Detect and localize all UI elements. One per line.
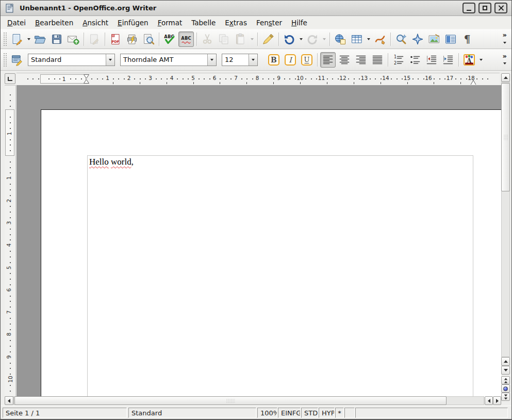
status-insert-mode[interactable]: EINFG <box>278 408 301 418</box>
numbered-list-button[interactable]: 12 <box>391 52 406 68</box>
standard-toolbar-overflow-button[interactable]: » <box>503 31 507 38</box>
send-email-button[interactable] <box>65 31 81 47</box>
scroll-up-button[interactable] <box>501 73 510 82</box>
default-tab-stop-icon <box>407 82 408 84</box>
titlebar[interactable]: Unbenannt1 - OpenOffice.org Writer <box>1 1 511 16</box>
combo-font-size-value[interactable]: 12 <box>222 54 249 66</box>
scroll-up-button-bottom[interactable] <box>501 357 510 366</box>
increase-indent-button[interactable] <box>440 52 456 68</box>
navigation-button[interactable] <box>501 384 510 393</box>
table-icon <box>351 33 363 45</box>
bold-button[interactable]: B <box>266 52 282 68</box>
page[interactable]: Hello world, <box>41 109 501 397</box>
menu-item-einfuegen[interactable]: Einfügen <box>113 17 153 28</box>
horizontal-scroll-thumb[interactable] <box>14 396 447 405</box>
ruler-tick <box>145 78 146 79</box>
chevron-down-icon <box>300 38 303 40</box>
justify-button[interactable] <box>370 52 385 68</box>
status-page-number[interactable]: Seite 1 / 1 <box>3 408 127 418</box>
minimize-button[interactable] <box>463 3 475 13</box>
toolbar-separator <box>278 33 279 46</box>
ruler-tick <box>27 78 28 79</box>
open-button[interactable] <box>32 31 48 47</box>
draw-functions-button[interactable] <box>372 31 388 47</box>
ruler-tick <box>354 78 355 79</box>
font-color-dropdown-button[interactable] <box>477 52 484 68</box>
menu-item-hilfe[interactable]: Hilfe <box>287 17 312 28</box>
data-sources-button[interactable] <box>443 31 458 47</box>
status-hyperlink-mode[interactable]: HYP <box>319 408 335 418</box>
close-button[interactable] <box>494 3 507 13</box>
insert-table-button[interactable] <box>349 31 365 47</box>
combo-paragraph-style-dropdown-button[interactable] <box>106 54 114 66</box>
find-replace-button[interactable] <box>393 31 409 47</box>
status-selection-mode[interactable]: STD <box>301 408 318 418</box>
combo-font-name-dropdown-button[interactable] <box>207 54 216 66</box>
scroll-left-button[interactable] <box>5 396 13 405</box>
navigator-button[interactable] <box>410 31 425 47</box>
menu-item-tabelle[interactable]: Tabelle <box>187 17 220 28</box>
status-zoom[interactable]: 100% <box>257 408 277 418</box>
combo-font-name-value[interactable]: Thorndale AMT <box>121 54 207 66</box>
align-left-button[interactable] <box>320 52 336 68</box>
decrease-indent-button[interactable] <box>424 52 439 68</box>
new-document-button[interactable] <box>9 31 25 47</box>
align-right-button[interactable] <box>353 52 369 68</box>
save-button[interactable] <box>49 31 64 47</box>
hyperlink-button[interactable] <box>333 31 348 47</box>
window-title: Unbenannt1 - OpenOffice.org Writer <box>20 4 156 12</box>
new-document-dropdown-button[interactable] <box>25 31 32 47</box>
vertical-scroll-thumb[interactable] <box>501 83 510 191</box>
indent-marker-icon[interactable] <box>84 74 89 85</box>
font-color-button[interactable]: A <box>461 52 477 68</box>
default-tab-stop-icon <box>300 82 301 84</box>
combo-paragraph-style-value[interactable]: Standard <box>28 54 106 66</box>
scroll-down-button[interactable] <box>501 366 510 375</box>
scroll-left-button-right[interactable] <box>485 396 493 405</box>
combo-font-size-dropdown-button[interactable] <box>249 54 257 66</box>
ruler-tick <box>370 78 371 79</box>
menu-item-ansicht[interactable]: Ansicht <box>78 17 113 28</box>
undo-button[interactable] <box>282 31 297 47</box>
print-direct-button[interactable] <box>124 31 140 47</box>
bullet-list-button[interactable] <box>407 52 423 68</box>
styles-button[interactable] <box>9 52 25 68</box>
default-tab-stop-icon <box>460 82 461 84</box>
align-center-button[interactable] <box>337 52 352 68</box>
export-pdf-button[interactable]: PDF <box>108 31 123 47</box>
insert-table-dropdown-button[interactable] <box>365 31 372 47</box>
ruler-tick <box>10 368 11 369</box>
auto-spellcheck-button[interactable]: ABC <box>178 31 194 47</box>
horizontal-ruler[interactable]: 1 123456789101112131415161718 <box>16 73 500 85</box>
menu-item-format[interactable]: Format <box>153 17 187 28</box>
vertical-ruler[interactable]: 1 12345678910 <box>5 85 16 397</box>
italic-button[interactable]: I <box>283 52 298 68</box>
text-boundary-frame[interactable]: Hello world, <box>87 155 473 397</box>
toolbar-grip[interactable] <box>3 32 7 46</box>
next-page-button[interactable] <box>501 393 510 401</box>
spellcheck-button[interactable]: ABC <box>162 31 177 47</box>
toolbar-grip[interactable] <box>3 53 7 67</box>
status-page-style[interactable]: Standard <box>128 408 256 418</box>
menu-item-datei[interactable]: Datei <box>3 17 30 28</box>
tab-type-button[interactable] <box>5 73 15 84</box>
document-workspace[interactable]: Hello world, <box>16 85 501 397</box>
document-text[interactable]: Hello world, <box>88 156 473 167</box>
underline-button[interactable]: U <box>299 52 315 68</box>
format-paintbrush-button[interactable] <box>260 31 276 47</box>
formatting-marks-button[interactable]: ¶ <box>459 31 475 47</box>
previous-page-button[interactable] <box>501 376 510 384</box>
menu-label: E <box>225 19 229 27</box>
writer-app-icon <box>5 3 15 13</box>
menu-item-extras[interactable]: Extras <box>220 17 252 28</box>
menu-item-bearbeiten[interactable]: Bearbeiten <box>30 17 78 28</box>
ruler-tick <box>418 78 419 79</box>
ruler-tick <box>204 78 205 79</box>
formatting-toolbar-overflow-button[interactable]: » <box>503 53 507 59</box>
undo-dropdown-button[interactable] <box>298 31 304 47</box>
menu-item-fenster[interactable]: Fenster <box>252 17 287 28</box>
scroll-right-button[interactable] <box>493 396 501 405</box>
gallery-button[interactable] <box>426 31 442 47</box>
page-preview-button[interactable] <box>141 31 156 47</box>
maximize-button[interactable] <box>478 3 491 13</box>
